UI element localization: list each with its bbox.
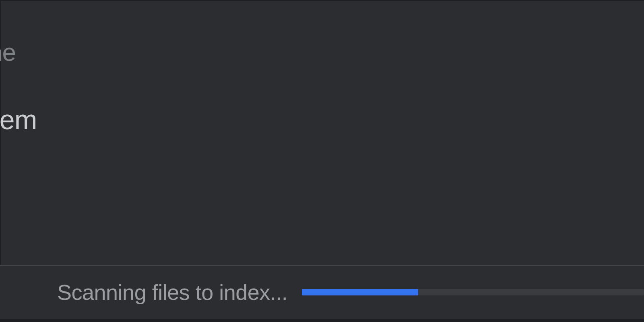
editor-text-fragment-1: ne <box>0 38 16 66</box>
editor-area[interactable]: ne hem <box>0 0 644 265</box>
progress-bar[interactable] <box>302 289 644 295</box>
status-bar-inner: Scanning files to index... <box>0 266 644 322</box>
status-message[interactable]: Scanning files to index... <box>57 280 287 305</box>
progress-fill <box>302 289 418 295</box>
editor-text-fragment-2: hem <box>0 104 37 135</box>
status-bar: Scanning files to index... <box>0 265 644 322</box>
